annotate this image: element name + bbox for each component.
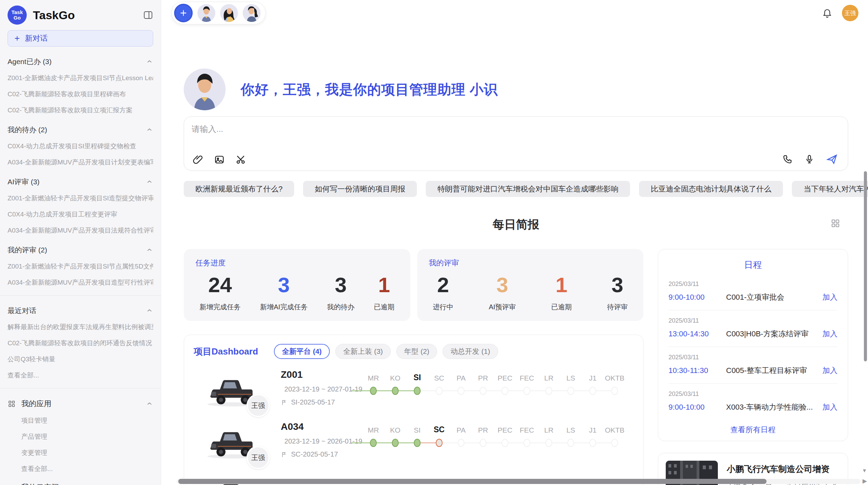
- agent-avatar-2[interactable]: [220, 4, 238, 22]
- project-milestone-date: SC-2025-05-17: [291, 450, 338, 458]
- project-row[interactable]: 王强 Z001 2023-12-19 ~ 2027-01-19 SI-2025-…: [194, 369, 634, 411]
- new-chat-button[interactable]: 新对话: [8, 30, 153, 47]
- app-item[interactable]: 查看全部...: [8, 464, 153, 473]
- sidebar-collapse-icon[interactable]: [143, 10, 153, 20]
- section-my-review[interactable]: 我的评审 (2): [8, 245, 153, 255]
- recent-chat-item[interactable]: 查看全部...: [8, 371, 153, 380]
- suggestion-chip[interactable]: 特朗普可能对进口汽车增税会对中国车企造成哪些影响: [426, 181, 630, 197]
- sidebar-item[interactable]: C02-飞腾新能源轻客改款项目里程碑画布: [8, 90, 153, 99]
- voice-call-icon[interactable]: [782, 154, 793, 165]
- section-agent-done[interactable]: Agent已办 (3): [8, 57, 153, 66]
- composer-attachments: [192, 154, 246, 165]
- sidebar-item-cloud-space[interactable]: 我的云空间: [8, 482, 153, 485]
- milestone-dot: [502, 439, 508, 447]
- join-button[interactable]: 加入: [822, 292, 837, 302]
- sidebar-item[interactable]: Z001-全新燃油轻卡产品开发项目SI节点属性5D文件评审: [8, 262, 153, 271]
- app-item[interactable]: 项目管理: [8, 416, 153, 425]
- section-my-todo[interactable]: 我的待办 (2): [8, 125, 153, 135]
- dashboard-tab[interactable]: 年型 (2): [396, 344, 437, 359]
- chat-input[interactable]: [192, 124, 840, 148]
- layout-grid-icon[interactable]: [830, 218, 841, 228]
- milestone: J1: [582, 370, 604, 395]
- sidebar-item[interactable]: Z001-全新燃油轻卡产品开发项目SI造型提交物评审: [8, 194, 153, 203]
- view-all-schedule-button[interactable]: 查看所有日程: [731, 425, 776, 435]
- stat-label: 新增AI完成任务: [260, 302, 308, 312]
- milestone-dot: [611, 439, 618, 447]
- image-upload-icon[interactable]: [214, 154, 225, 165]
- milestone: PR: [472, 370, 494, 395]
- chevron-up-icon: [146, 307, 153, 314]
- attach-file-icon[interactable]: [192, 154, 204, 165]
- join-button[interactable]: 加入: [822, 365, 837, 376]
- schedule-date: 2025/03/11: [668, 354, 837, 361]
- sidebar-item[interactable]: A034-全新新能源MUV产品开发项目计划变更表编写: [8, 158, 153, 167]
- sidebar-item[interactable]: C0X4-动力总成开发项目工程变更评审: [8, 210, 153, 219]
- notification-bell-icon[interactable]: [822, 8, 832, 18]
- sidebar-item[interactable]: Z001-全新燃油皮卡产品开发项目SI节点Lesson Learn报告: [8, 74, 153, 83]
- section-recent-chats[interactable]: 最近对话: [8, 306, 153, 315]
- schedule-event-title: C001-立项审批会: [726, 292, 822, 302]
- recent-chat-item[interactable]: 公司Q3轻卡销量: [8, 355, 153, 364]
- milestone-label: KO: [390, 422, 400, 434]
- sidebar: Task Go TaskGo 新对话 Agent已办 (3) Z001-全新燃油…: [0, 0, 161, 485]
- join-button[interactable]: 加入: [822, 402, 837, 412]
- section-my-apps[interactable]: 我的应用: [8, 399, 153, 409]
- horizontal-scrollbar[interactable]: [177, 479, 860, 484]
- project-row[interactable]: 王强 A034 2023-12-19 ~ 2026-01-19 SC-2025-…: [194, 421, 634, 463]
- schedule-event-title: C005-整车工程目标评审: [726, 365, 822, 376]
- scroll-down-arrow-icon[interactable]: ▼: [862, 468, 867, 473]
- app-item[interactable]: 变更管理: [8, 448, 153, 457]
- app-item[interactable]: 产品管理: [8, 432, 153, 441]
- section-label: Agent已办 (3): [8, 57, 51, 66]
- chat-composer: [184, 116, 848, 171]
- milestone: LR: [538, 422, 560, 447]
- owner-badge: 王强: [246, 446, 270, 469]
- scroll-right-arrow-icon[interactable]: ▶: [863, 477, 867, 485]
- milestone-label: OKTB: [605, 422, 624, 434]
- stat-label: 已逾期: [551, 302, 572, 312]
- send-icon[interactable]: [826, 153, 838, 165]
- sidebar-item[interactable]: A034-全新新能源MUV产品开发项目造型可行性评审: [8, 278, 153, 287]
- schedule-date: 2025/03/11: [668, 281, 837, 288]
- sidebar-item[interactable]: C02-飞腾新能源轻客改款项目立项汇报方案: [8, 106, 153, 115]
- suggestion-chip[interactable]: 欧洲新规最近颁布了什么?: [184, 181, 294, 197]
- join-button[interactable]: 加入: [822, 329, 837, 339]
- milestone-dot: [523, 387, 530, 395]
- app-title: TaskGo: [33, 9, 143, 22]
- greeting-title: 你好，王强，我是你的项目管理助理 小识: [241, 80, 498, 99]
- recent-chat-item[interactable]: 解释最新出台的欧盟报废车法规再生塑料比例被调至15%...: [8, 323, 153, 332]
- agent-crew-pill: [171, 2, 266, 24]
- agent-avatar-1[interactable]: [197, 4, 215, 22]
- suggestion-chip[interactable]: 比亚迪全固态电池计划具体说了什么: [639, 181, 783, 197]
- section-ai-review[interactable]: AI评审 (3): [8, 177, 153, 187]
- dashboard-tab[interactable]: 动总开发 (1): [443, 344, 498, 359]
- user-avatar[interactable]: 王强: [842, 5, 858, 21]
- stat: 1 已逾期: [551, 272, 572, 312]
- dashboard-tab[interactable]: 全新平台 (4): [274, 344, 330, 359]
- screenshot-scissors-icon[interactable]: [235, 154, 246, 165]
- clock-icon: [281, 386, 281, 393]
- sidebar-item[interactable]: A034-全新新能源MUV产品开发项目法规符合性评审: [8, 226, 153, 235]
- suggestion-chip[interactable]: 当下年轻人对汽车外观有怎样的喜好趋势: [792, 181, 868, 197]
- horizontal-scrollbar-thumb[interactable]: [178, 479, 767, 484]
- milestone: J1: [582, 422, 604, 447]
- microphone-icon[interactable]: [804, 154, 815, 165]
- stat-value: 1: [378, 272, 390, 298]
- sidebar-header: Task Go TaskGo: [8, 5, 153, 25]
- sidebar-item[interactable]: C0X4-动力总成开发项目SI里程碑提交物检查: [8, 142, 153, 151]
- milestone-dot: [370, 439, 377, 447]
- add-agent-button[interactable]: [174, 4, 193, 22]
- chevron-up-icon: [146, 126, 153, 134]
- schedule-card: 日程 2025/03/11 9:00-10:00 C001-立项审批会 加入: [658, 249, 848, 441]
- schedule-item: 2025/03/11 9:00-10:00 C001-立项审批会 加入: [668, 274, 837, 310]
- milestone-label: MR: [368, 370, 379, 382]
- recent-chat-item[interactable]: C02-飞腾新能源轻客改款项目的闭环通告反馈情况: [8, 339, 153, 348]
- milestone-label: FEC: [520, 422, 534, 434]
- divider: [0, 388, 161, 388]
- milestone-label: MR: [368, 422, 379, 434]
- agent-avatar-3[interactable]: [243, 4, 261, 22]
- dashboard-tab[interactable]: 全新上装 (3): [335, 344, 391, 359]
- vertical-scrollbar-thumb[interactable]: [864, 171, 867, 361]
- suggestion-chip[interactable]: 如何写一份清晰的项目周报: [303, 181, 417, 197]
- milestone-dot: [611, 387, 618, 395]
